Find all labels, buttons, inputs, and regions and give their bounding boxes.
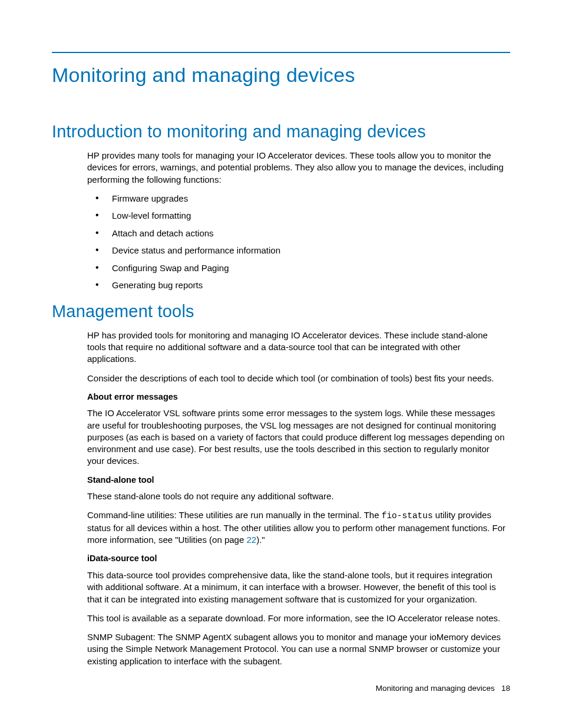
intro-paragraph: HP provides many tools for managing your… (87, 150, 508, 186)
section-heading-intro: Introduction to monitoring and managing … (52, 122, 510, 141)
subhead-datasource: iData-source tool (87, 553, 508, 565)
datasource-paragraph: This tool is available as a separate dow… (87, 612, 508, 624)
subhead-error-messages: About error messages (87, 391, 508, 403)
intro-body: HP provides many tools for managing your… (87, 150, 508, 291)
page-footer: Monitoring and managing devices 18 (376, 684, 510, 693)
footer-section-name: Monitoring and managing devices (376, 684, 495, 693)
text-run: Command-line utilities: These utilities … (87, 510, 382, 520)
list-item: Firmware upgrades (87, 193, 508, 205)
page-content: Monitoring and managing devices Introduc… (0, 0, 562, 667)
standalone-paragraph: These stand-alone tools do not require a… (87, 490, 508, 502)
list-item: Attach and detach actions (87, 228, 508, 239)
datasource-paragraph: SNMP Subagent: The SNMP AgentX subagent … (87, 631, 508, 667)
list-item: Configuring Swap and Paging (87, 262, 508, 274)
function-list: Firmware upgrades Low-level formatting A… (87, 193, 508, 291)
horizontal-rule (52, 52, 510, 53)
tools-paragraph: HP has provided tools for monitoring and… (87, 330, 508, 365)
code-fio-status: fio-status (382, 511, 433, 521)
list-item: Low-level formatting (87, 210, 508, 222)
standalone-paragraph: Command-line utilities: These utilities … (87, 509, 508, 546)
tools-body: HP has provided tools for monitoring and… (87, 330, 508, 667)
text-run: )." (256, 535, 265, 545)
list-item: Device status and performance informatio… (87, 245, 508, 256)
datasource-paragraph: This data-source tool provides comprehen… (87, 569, 508, 605)
list-item: Generating bug reports (87, 279, 508, 291)
error-messages-paragraph: The IO Accelerator VSL software prints s… (87, 407, 508, 467)
tools-paragraph: Consider the descriptions of each tool t… (87, 373, 508, 384)
subhead-standalone: Stand-alone tool (87, 475, 508, 486)
chapter-title: Monitoring and managing devices (52, 64, 510, 87)
page-link-22[interactable]: 22 (246, 535, 256, 545)
section-heading-tools: Management tools (52, 302, 510, 321)
footer-page-number: 18 (501, 684, 510, 693)
